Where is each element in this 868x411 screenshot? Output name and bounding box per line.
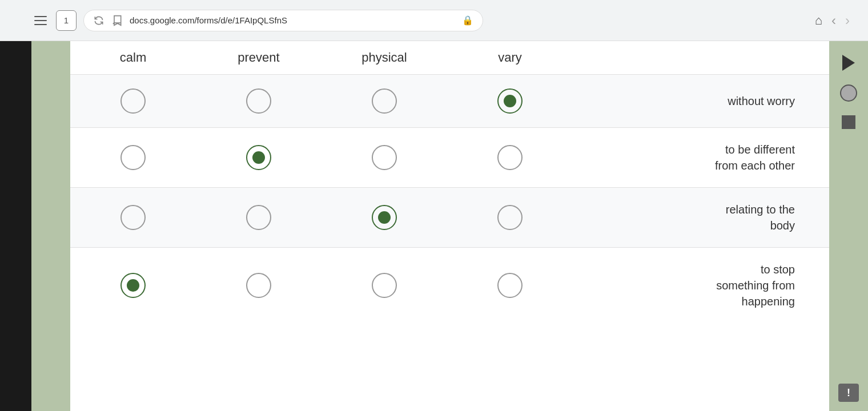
radio-cell-calm-1[interactable] (70, 88, 196, 114)
stop-icon (842, 115, 855, 129)
radio-vary-2[interactable] (497, 145, 523, 170)
left-black-sidebar (0, 41, 31, 411)
table-row: relating to thebody (70, 187, 829, 247)
tab-number: 1 (64, 15, 69, 25)
radio-cell-calm-2[interactable] (70, 145, 196, 170)
play-button[interactable] (842, 55, 855, 71)
reload-icon[interactable] (93, 15, 105, 26)
radio-cell-vary-3[interactable] (447, 205, 573, 230)
hamburger-menu[interactable] (32, 14, 49, 27)
radio-physical-1[interactable] (372, 88, 397, 114)
home-icon[interactable]: ⌂ (815, 13, 822, 28)
back-icon[interactable]: ‹ (831, 13, 836, 29)
radio-cell-physical-1[interactable] (322, 88, 447, 114)
bookmark-icon[interactable] (111, 15, 123, 26)
radio-cell-vary-1[interactable] (447, 88, 573, 114)
radio-calm-2[interactable] (120, 145, 146, 170)
circle-indicator[interactable] (840, 84, 857, 102)
radio-physical-3[interactable] (372, 205, 397, 230)
radio-physical-2[interactable] (372, 145, 397, 170)
radio-cell-physical-3[interactable] (322, 205, 447, 230)
radio-vary-3[interactable] (497, 205, 523, 230)
radio-cell-physical-2[interactable] (322, 145, 447, 170)
nav-buttons: ⌂ ‹ › (815, 13, 850, 29)
radio-cell-prevent-3[interactable] (196, 205, 322, 230)
table-row: without worry (70, 74, 829, 127)
radio-vary-4[interactable] (497, 273, 523, 298)
left-green-sidebar (31, 41, 70, 411)
radio-cell-prevent-4[interactable] (196, 273, 322, 298)
radio-calm-4[interactable] (120, 273, 146, 298)
radio-physical-4[interactable] (372, 273, 397, 298)
browser-chrome: 1 docs.google.com/forms/d/e/1FAIpQLSfnS … (0, 0, 868, 41)
definition-1: without worry (573, 93, 829, 109)
radio-cell-calm-4[interactable] (70, 273, 196, 298)
col-header-prevent: prevent (196, 50, 322, 65)
message-icon: ! (847, 387, 850, 399)
radio-cell-calm-3[interactable] (70, 205, 196, 230)
radio-cell-prevent-2[interactable] (196, 145, 322, 170)
play-icon (842, 55, 855, 71)
content-area: calm prevent physical vary without worry (70, 41, 829, 411)
message-bubble[interactable]: ! (838, 384, 859, 402)
circle-icon (840, 84, 857, 102)
col-header-vary: vary (447, 50, 573, 65)
tab-button[interactable]: 1 (56, 10, 77, 31)
address-bar[interactable]: docs.google.com/forms/d/e/1FAIpQLSfnS 🔒 (83, 10, 483, 31)
col-header-calm: calm (70, 50, 196, 65)
radio-calm-3[interactable] (120, 205, 146, 230)
radio-prevent-4[interactable] (246, 273, 271, 298)
radio-prevent-3[interactable] (246, 205, 271, 230)
radio-prevent-1[interactable] (246, 88, 271, 114)
radio-cell-vary-2[interactable] (447, 145, 573, 170)
definition-4: to stopsomething fromhappening (573, 261, 829, 309)
main-area: calm prevent physical vary without worry (0, 41, 868, 411)
stop-button[interactable] (842, 115, 855, 129)
radio-cell-physical-4[interactable] (322, 273, 447, 298)
col-header-physical: physical (322, 50, 447, 65)
lock-icon: 🔒 (462, 15, 473, 26)
url-text: docs.google.com/forms/d/e/1FAIpQLSfnS (130, 15, 455, 25)
column-headers: calm prevent physical vary (70, 41, 829, 74)
radio-cell-prevent-1[interactable] (196, 88, 322, 114)
table-row: to stopsomething fromhappening (70, 247, 829, 323)
radio-vary-1[interactable] (497, 88, 523, 114)
forward-icon[interactable]: › (845, 13, 850, 29)
definition-2: to be differentfrom each other (573, 142, 829, 174)
table-row: to be differentfrom each other (70, 127, 829, 187)
radio-cell-vary-4[interactable] (447, 273, 573, 298)
radio-calm-1[interactable] (120, 88, 146, 114)
right-green-sidebar: ! (829, 41, 868, 411)
col-header-definition (573, 50, 829, 65)
radio-prevent-2[interactable] (246, 145, 271, 170)
definition-3: relating to thebody (573, 202, 829, 233)
